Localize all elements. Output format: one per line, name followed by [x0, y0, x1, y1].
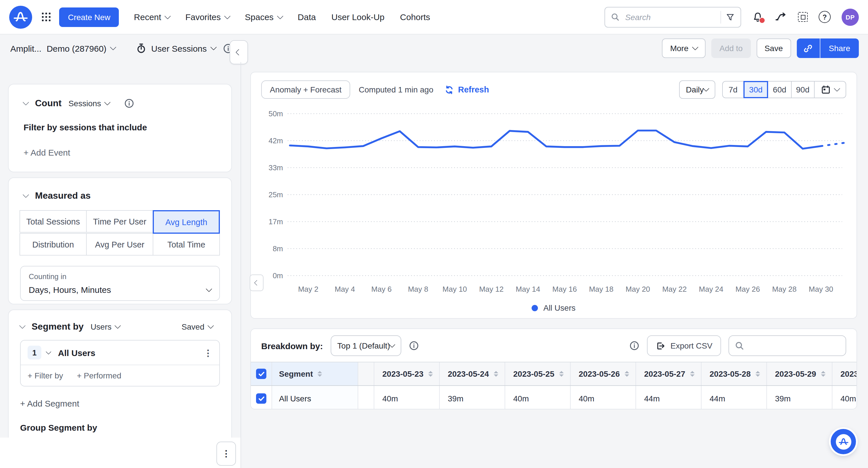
sidebar-footer: ⋮	[0, 438, 241, 468]
link-icon	[803, 43, 813, 53]
nav-item-data[interactable]: Data	[298, 12, 316, 22]
share-split-button: Share	[797, 38, 859, 58]
top-navigation-bar: Create New RecentFavoritesSpacesDataUser…	[0, 0, 868, 34]
breakdown-info-button[interactable]	[409, 341, 420, 351]
chevron-left-icon	[236, 49, 242, 56]
date-column-header[interactable]: 2023-05-24	[440, 362, 505, 385]
calendar-icon	[821, 85, 831, 94]
global-search[interactable]	[604, 7, 741, 27]
more-button[interactable]: More	[662, 38, 706, 58]
add-to-button[interactable]: Add to	[711, 38, 751, 58]
measured-option-avg-length[interactable]: Avg Length	[153, 210, 220, 234]
workspace-button[interactable]	[798, 12, 808, 22]
svg-text:May 12: May 12	[479, 285, 503, 293]
table-info-button[interactable]	[629, 341, 640, 351]
create-new-button[interactable]: Create New	[59, 7, 119, 27]
chevron-down-icon[interactable]	[45, 349, 51, 354]
range-60d-button[interactable]: 60d	[768, 81, 792, 98]
date-column-header[interactable]: 2023-05-30	[832, 362, 857, 385]
measured-option-time-per-user[interactable]: Time Per User	[86, 210, 153, 232]
filter-funnel-icon[interactable]	[725, 12, 735, 22]
calendar-range-button[interactable]	[814, 81, 846, 98]
info-icon	[409, 341, 420, 351]
pathfinder-button[interactable]	[774, 11, 787, 23]
svg-text:May 10: May 10	[443, 285, 467, 293]
select-all-checkbox[interactable]	[256, 369, 267, 379]
sidebar-menu-button[interactable]: ⋮	[216, 442, 236, 466]
date-column-header[interactable]: 2023-05-28	[702, 362, 767, 385]
chevron-down-icon	[224, 12, 230, 19]
segment-box: 1 All Users ⋮ + Filter by + Performed	[20, 340, 220, 386]
save-button[interactable]: Save	[756, 38, 791, 58]
date-column-header[interactable]: 2023-05-23	[374, 362, 440, 385]
breakdown-dropdown[interactable]: Top 1 (Default)	[330, 335, 402, 356]
segment-column-header[interactable]: Segment	[272, 362, 358, 385]
user-avatar[interactable]: DP	[842, 8, 859, 26]
nav-item-recent[interactable]: Recent	[134, 12, 170, 22]
row-segment-name[interactable]: All Users	[272, 386, 358, 409]
add-event-button[interactable]: + Add Event	[24, 148, 216, 157]
date-column-header[interactable]: 2023-05-26	[570, 362, 636, 385]
date-column-header[interactable]: 2023-05-29	[767, 362, 832, 385]
filter-by-button[interactable]: + Filter by	[28, 371, 63, 380]
segment-menu-button[interactable]: ⋮	[204, 348, 212, 357]
refresh-button[interactable]: Refresh	[444, 85, 489, 94]
segment-type-dropdown[interactable]: Users	[90, 322, 127, 331]
share-button[interactable]: Share	[820, 38, 859, 58]
measured-option-distribution[interactable]: Distribution	[20, 233, 87, 255]
nav-item-cohorts[interactable]: Cohorts	[400, 12, 430, 22]
count-info-button[interactable]	[124, 98, 134, 108]
project-switcher[interactable]: Amplit... Demo (287960)	[10, 43, 116, 53]
segment-index-badge[interactable]: 1	[28, 346, 41, 360]
nav-item-spaces[interactable]: Spaces	[245, 12, 282, 22]
nav-item-user-look-up[interactable]: User Look-Up	[331, 12, 384, 22]
row-select-cell	[251, 386, 272, 409]
date-column-header[interactable]: 2023-05-25	[505, 362, 570, 385]
counting-in-value: Days, Hours, Minutes	[29, 285, 111, 294]
search-icon	[735, 341, 744, 350]
chart-title-dropdown[interactable]: User Sessions	[136, 43, 216, 53]
range-90d-button[interactable]: 90d	[791, 81, 815, 98]
app-window: Create New RecentFavoritesSpacesDataUser…	[0, 0, 868, 468]
collapse-section-icon[interactable]	[23, 99, 29, 106]
svg-text:0m: 0m	[273, 271, 283, 280]
anomaly-forecast-button[interactable]: Anomaly + Forecast	[261, 81, 350, 99]
dashed-square-icon	[798, 12, 808, 22]
saved-dropdown[interactable]: Saved	[182, 322, 220, 331]
collapse-section-icon[interactable]	[19, 322, 26, 329]
range-7d-button[interactable]: 7d	[722, 81, 744, 98]
counting-in-dropdown[interactable]: Counting in Days, Hours, Minutes	[20, 266, 220, 301]
measured-option-total-time[interactable]: Total Time	[153, 233, 220, 255]
row-checkbox[interactable]	[256, 393, 267, 404]
measured-option-avg-per-user[interactable]: Avg Per User	[86, 233, 153, 255]
chevron-down-icon	[208, 322, 214, 329]
copy-link-button[interactable]	[797, 38, 820, 58]
amplitude-logo-icon[interactable]	[9, 5, 32, 28]
notifications-button[interactable]	[752, 11, 764, 23]
collapse-chart-panel-button[interactable]	[250, 275, 264, 291]
amplitude-assistant-button[interactable]	[831, 429, 856, 454]
chart-panel: Anomaly + Forecast Computed 1 min ago Re…	[250, 72, 857, 319]
table-search[interactable]	[728, 335, 846, 356]
help-button[interactable]: ?	[818, 11, 831, 23]
content-area: Anomaly + Forecast Computed 1 min ago Re…	[241, 62, 868, 468]
date-column-header[interactable]: 2023-05-27	[636, 362, 702, 385]
collapse-sidebar-button[interactable]	[229, 40, 248, 64]
performed-button[interactable]: + Performed	[77, 371, 121, 380]
filter-sessions-label: Filter by sessions that include	[24, 122, 216, 132]
apps-grid-icon[interactable]	[42, 12, 51, 22]
row-swatch-cell	[358, 386, 374, 409]
sessions-line-chart[interactable]: 50m42m33m25m17m8m0mMay 2May 4May 6May 8M…	[251, 72, 857, 300]
chart-legend: All Users	[251, 303, 857, 312]
collapse-section-icon[interactable]	[23, 191, 29, 198]
event-type-dropdown[interactable]: Sessions	[68, 99, 117, 108]
nav-item-favorites[interactable]: Favorites	[185, 12, 229, 22]
range-30d-button[interactable]: 30d	[743, 81, 768, 98]
table-search-input[interactable]	[749, 341, 840, 351]
export-csv-button[interactable]: Export CSV	[647, 335, 721, 356]
search-input[interactable]	[624, 12, 716, 22]
add-segment-button[interactable]: + Add Segment	[20, 399, 220, 408]
select-all-cell	[251, 362, 272, 385]
granularity-dropdown[interactable]: Daily	[679, 81, 715, 99]
measured-option-total-sessions[interactable]: Total Sessions	[20, 210, 87, 232]
